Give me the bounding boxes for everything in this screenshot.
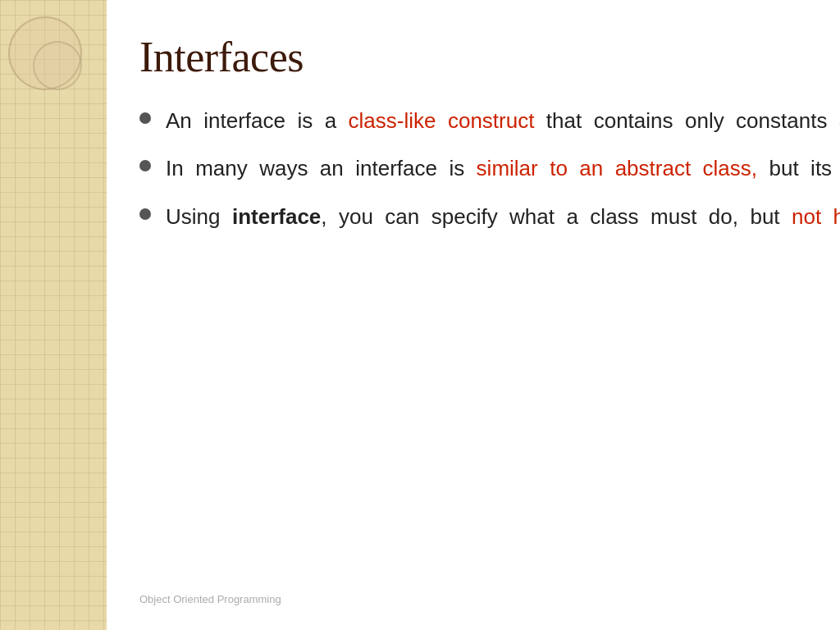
bold-interface: interface bbox=[232, 204, 321, 229]
footer-title: Object Oriented Programming bbox=[139, 593, 281, 605]
bullet-text-1: An interface is a class-like construct t… bbox=[166, 106, 840, 135]
inner-circle bbox=[33, 41, 82, 90]
bullet-text-2: In many ways an interface is similar to … bbox=[166, 153, 840, 183]
slide-footer: Object Oriented Programming 46 bbox=[139, 585, 840, 605]
bullet-dot-3 bbox=[139, 208, 151, 220]
highlight-class-like-construct: class-like construct bbox=[349, 108, 535, 133]
highlight-not-how: not how it does it. bbox=[792, 204, 840, 229]
bullet-dot-2 bbox=[139, 160, 151, 171]
bullet-item-3: Using interface, you can specify what a … bbox=[139, 202, 840, 231]
bullet-item-1: An interface is a class-like construct t… bbox=[139, 106, 840, 135]
decorative-circles bbox=[8, 16, 98, 115]
sidebar bbox=[0, 0, 107, 630]
bullet-text-3: Using interface, you can specify what a … bbox=[166, 202, 840, 231]
slide-title: Interfaces bbox=[139, 33, 840, 81]
slide-content: Interfaces An interface is a class-like … bbox=[107, 0, 840, 630]
bullet-item-2: In many ways an interface is similar to … bbox=[139, 153, 840, 183]
bullet-list: An interface is a class-like construct t… bbox=[139, 106, 840, 585]
bullet-dot-1 bbox=[139, 112, 151, 124]
highlight-similar-to-abstract: similar to an abstract class, bbox=[477, 156, 757, 180]
